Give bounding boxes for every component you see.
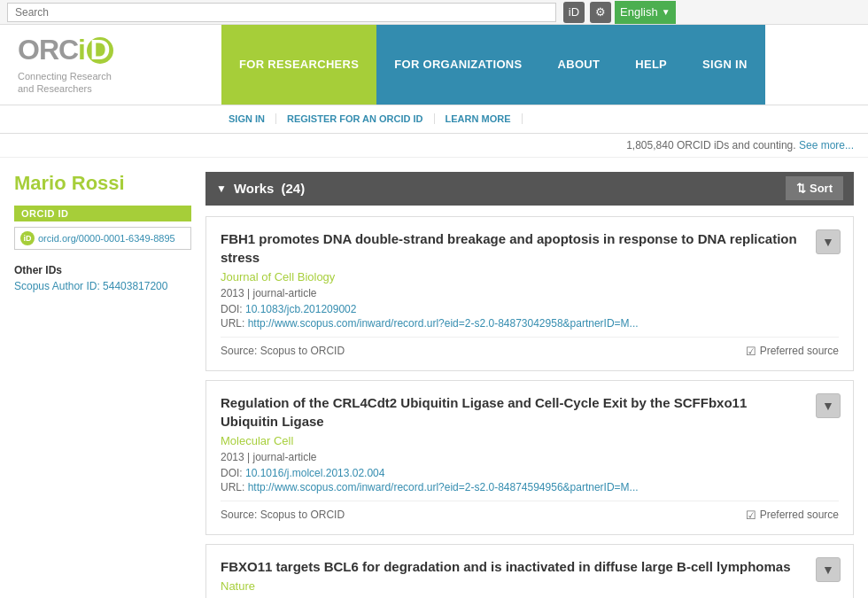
language-selector[interactable]: English ▼ xyxy=(615,1,676,24)
works-title: ▼ Works (24) xyxy=(216,181,305,196)
orcid-id-value: orcid.org/0000-0001-6349-8895 xyxy=(38,233,175,244)
work-item: Regulation of the CRL4Cdt2 Ubiquitin Lig… xyxy=(205,380,854,535)
search-input[interactable] xyxy=(7,3,556,22)
work-source-1: Source: Scopus to ORCID xyxy=(221,345,345,357)
work-item: FBH1 promotes DNA double-strand breakage… xyxy=(205,216,854,371)
work-footer-1: Source: Scopus to ORCID ☑ Preferred sour… xyxy=(221,337,839,358)
content-area: Mario Rossi ORCID ID iD orcid.org/0000-0… xyxy=(0,158,868,598)
subnav-signin[interactable]: SIGN IN xyxy=(229,113,276,124)
work-doi-label-2: DOI: xyxy=(221,467,243,479)
stats-see-more-link[interactable]: See more... xyxy=(799,139,854,151)
work-title-3: FBXO11 targets BCL6 for degradation and … xyxy=(221,557,839,576)
subnav-learnmore[interactable]: LEARN MORE xyxy=(435,113,523,124)
work-action-btn-2[interactable]: ▼ xyxy=(816,393,841,418)
work-doi-1: DOI: 10.1083/jcb.201209002 xyxy=(221,303,839,315)
work-url-label-2: URL: xyxy=(221,481,244,493)
work-url-link-2[interactable]: http://www.scopus.com/inward/record.url?… xyxy=(248,481,639,493)
nav-about[interactable]: ABOUT xyxy=(540,25,618,105)
scopus-id-value: Scopus Author ID: 54403817200 xyxy=(14,280,191,292)
preferred-source-1: ☑ Preferred source xyxy=(746,345,839,358)
orcid-badge: iD xyxy=(20,231,35,245)
work-doi-link-2[interactable]: 10.1016/j.molcel.2013.02.004 xyxy=(245,467,384,479)
work-action-btn-3[interactable]: ▼ xyxy=(816,557,841,582)
nav-signin[interactable]: SIGN IN xyxy=(685,25,765,105)
work-title-1: FBH1 promotes DNA double-strand breakage… xyxy=(221,229,839,267)
sub-nav: SIGN IN REGISTER FOR AN ORCID ID LEARN M… xyxy=(0,105,868,134)
works-count: (24) xyxy=(281,181,305,196)
gear-icon: ⚙ xyxy=(595,5,606,19)
user-name: Mario Rossi xyxy=(14,172,191,195)
header: ORCiD Connecting Research and Researcher… xyxy=(0,25,868,105)
work-item: FBXO11 targets BCL6 for degradation and … xyxy=(205,544,854,598)
work-url-link-1[interactable]: http://www.scopus.com/inward/record.url?… xyxy=(248,317,639,330)
work-meta-1: 2013 | journal-article xyxy=(221,287,839,299)
work-doi-link-1[interactable]: 10.1083/jcb.201209002 xyxy=(245,303,356,315)
nav-researchers[interactable]: FOR RESEARCHERS xyxy=(221,25,376,105)
work-doi-label-1: DOI: xyxy=(221,303,243,315)
id-icon-btn[interactable]: iD xyxy=(563,2,585,23)
work-journal-3: Nature xyxy=(221,579,839,593)
preferred-source-label-2: Preferred source xyxy=(760,509,839,521)
nav-organizations[interactable]: FOR ORGANIZATIONS xyxy=(376,25,539,105)
work-journal-1: Journal of Cell Biology xyxy=(221,270,839,283)
sort-icon: ⇅ xyxy=(796,182,806,195)
work-year-1: 2013 xyxy=(221,287,244,299)
work-meta-2: 2013 | journal-article xyxy=(221,451,839,463)
id-icon: iD xyxy=(569,5,579,19)
logo-area: ORCiD Connecting Research and Researcher… xyxy=(0,25,221,105)
works-collapse-arrow[interactable]: ▼ xyxy=(216,183,227,195)
nav-help[interactable]: HELP xyxy=(617,25,685,105)
chevron-down-icon: ▼ xyxy=(662,7,670,17)
logo-text-i: i xyxy=(78,34,86,66)
preferred-check-icon-1: ☑ xyxy=(746,345,756,358)
orcid-id-label: ORCID ID xyxy=(14,206,191,221)
work-source-2: Source: Scopus to ORCID xyxy=(221,509,345,521)
works-label: Works xyxy=(234,181,275,196)
work-type-1: journal-article xyxy=(253,287,317,299)
work-footer-2: Source: Scopus to ORCID ☑ Preferred sour… xyxy=(221,501,839,522)
main-nav: FOR RESEARCHERS FOR ORGANIZATIONS ABOUT … xyxy=(221,25,868,105)
preferred-source-2: ☑ Preferred source xyxy=(746,509,839,522)
work-type-2: journal-article xyxy=(253,451,317,463)
top-bar: iD ⚙ English ▼ xyxy=(0,0,868,25)
work-action-btn-1[interactable]: ▼ xyxy=(816,229,841,254)
work-url-label-1: URL: xyxy=(221,317,244,330)
work-title-2: Regulation of the CRL4Cdt2 Ubiquitin Lig… xyxy=(221,393,839,431)
other-ids-label: Other IDs xyxy=(14,264,191,276)
logo: ORCiD xyxy=(18,34,204,66)
stats-text: 1,805,840 ORCID iDs and counting. xyxy=(626,139,795,151)
logo-text-orc: ORC xyxy=(18,34,78,66)
preferred-source-label-1: Preferred source xyxy=(760,345,839,357)
work-journal-2: Molecular Cell xyxy=(221,434,839,447)
works-header: ▼ Works (24) ⇅ Sort xyxy=(205,172,854,206)
language-label: English xyxy=(620,5,658,19)
logo-tagline: Connecting Research and Researchers xyxy=(18,70,204,96)
sidebar: Mario Rossi ORCID ID iD orcid.org/0000-0… xyxy=(14,172,191,598)
orcid-id-link[interactable]: iD orcid.org/0000-0001-6349-8895 xyxy=(14,227,191,250)
subnav-register[interactable]: REGISTER FOR AN ORCID ID xyxy=(276,113,435,124)
stats-bar: 1,805,840 ORCID iDs and counting. See mo… xyxy=(0,134,868,158)
work-url-1: URL: http://www.scopus.com/inward/record… xyxy=(221,317,839,330)
work-url-2: URL: http://www.scopus.com/inward/record… xyxy=(221,481,839,493)
logo-text-d: D xyxy=(87,37,113,64)
work-doi-2: DOI: 10.1016/j.molcel.2013.02.004 xyxy=(221,467,839,479)
preferred-check-icon-2: ☑ xyxy=(746,509,756,522)
main-content: ▼ Works (24) ⇅ Sort FBH1 promotes DNA do… xyxy=(205,172,854,598)
work-year-2: 2013 xyxy=(221,451,244,463)
sort-button[interactable]: ⇅ Sort xyxy=(786,176,843,200)
top-bar-icons: iD ⚙ xyxy=(563,2,611,23)
sort-label: Sort xyxy=(810,182,833,195)
settings-icon-btn[interactable]: ⚙ xyxy=(590,2,611,23)
